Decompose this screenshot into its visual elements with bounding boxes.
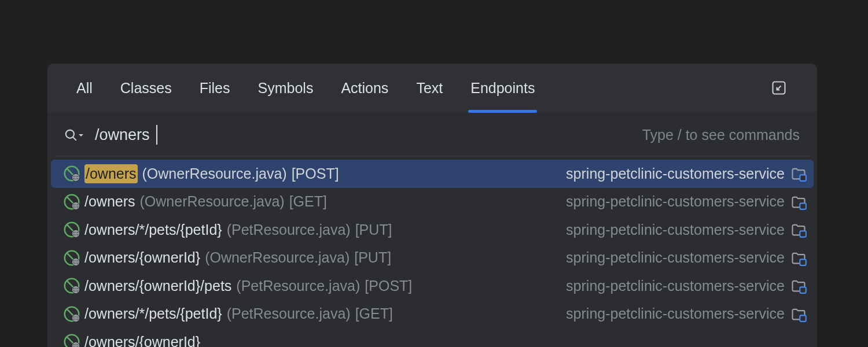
search-icon[interactable] [64,128,84,143]
tab-symbols[interactable]: Symbols [258,64,314,113]
result-text: /owners/{ownerId}/pets(PetResource.java)… [84,278,412,294]
result-module: spring-petclinic-customers-service [566,165,785,182]
module-icon [790,306,807,322]
result-module: spring-petclinic-customers-service [566,249,785,266]
endpoint-icon [64,222,80,238]
endpoint-icon [64,278,80,294]
svg-rect-41 [800,287,806,294]
result-module-wrap: spring-petclinic-customers-service [566,222,807,238]
result-module-wrap: spring-petclinic-customers-service [566,193,807,210]
result-text: /owners(OwnerResource.java)[GET] [84,193,327,210]
open-in-tool-window-button[interactable] [771,80,787,96]
result-text: /owners(OwnerResource.java)[POST] [84,164,339,183]
search-row: Type / to see commands [47,112,817,154]
tab-all[interactable]: All [76,64,93,113]
result-row[interactable]: /owners(OwnerResource.java)[POST]spring-… [51,160,814,188]
tab-endpoints[interactable]: Endpoints [470,64,535,113]
result-file: (OwnerResource.java) [140,193,285,210]
result-text: /owners/*/pets/{petId}(PetResource.java)… [84,305,393,322]
result-row[interactable]: /owners(OwnerResource.java)[GET]spring-p… [47,188,817,216]
module-icon [790,278,807,294]
result-method: [PUT] [355,222,392,238]
result-file: (PetResource.java) [227,305,351,322]
tab-files[interactable]: Files [200,64,230,113]
result-text: /owners/{ownerId}(OwnerResource.java)[PU… [84,249,391,266]
result-path: /owners/*/pets/{petId} [84,222,222,238]
tab-actions[interactable]: Actions [341,64,388,113]
svg-rect-49 [800,315,806,322]
result-module-wrap: spring-petclinic-customers-service [566,305,807,322]
result-module-wrap: spring-petclinic-customers-service [566,165,807,182]
endpoint-icon [64,306,80,322]
search-everywhere-popup: AllClassesFilesSymbolsActionsTextEndpoin… [47,64,817,347]
module-icon [790,194,807,210]
result-file: (OwnerResource.java) [205,249,350,266]
result-module: spring-petclinic-customers-service [566,193,785,210]
result-module: spring-petclinic-customers-service [566,305,785,322]
result-row[interactable]: /owners/{ownerId}/pets(PetResource.java)… [47,272,817,300]
svg-rect-9 [800,175,806,182]
result-row[interactable]: /owners/*/pets/{petId}(PetResource.java)… [47,216,817,244]
result-file: (PetResource.java) [236,278,360,294]
endpoint-icon [64,334,80,347]
svg-rect-17 [800,203,806,209]
result-row[interactable]: /owners/{ownerId}(OwnerResource.java)[PU… [47,244,817,272]
module-icon [790,222,807,238]
result-text: /owners/{ownerId} [84,334,200,347]
results-list: /owners(OwnerResource.java)[POST]spring-… [47,156,817,347]
result-path: /owners [84,164,138,183]
result-file: (OwnerResource.java) [142,165,287,182]
endpoint-icon [64,165,80,182]
tabs-container: AllClassesFilesSymbolsActionsTextEndpoin… [76,64,535,113]
result-path: /owners [84,193,135,210]
result-row[interactable]: /owners/{ownerId} [47,328,817,347]
result-file: (PetResource.java) [227,222,351,238]
svg-point-1 [66,130,74,138]
result-path: /owners/{ownerId}/pets [84,278,231,294]
result-method: [POST] [292,165,339,182]
endpoint-icon [64,250,80,266]
result-method: [PUT] [354,249,391,266]
endpoint-icon [64,194,80,210]
result-module-wrap: spring-petclinic-customers-service [566,249,807,266]
tab-classes[interactable]: Classes [120,64,172,113]
result-method: [POST] [365,278,412,294]
module-icon [790,165,807,182]
result-module-wrap: spring-petclinic-customers-service [566,278,807,294]
tabs-bar: AllClassesFilesSymbolsActionsTextEndpoin… [47,64,817,112]
result-row[interactable]: /owners/*/pets/{petId}(PetResource.java)… [47,300,817,328]
svg-rect-25 [800,231,806,238]
svg-rect-33 [800,259,806,265]
tab-text[interactable]: Text [416,64,443,113]
search-hint: Type / to see commands [642,127,800,143]
result-path: /owners/{ownerId} [84,334,200,347]
module-icon [790,250,807,266]
result-path: /owners/*/pets/{petId} [84,305,222,322]
result-path: /owners/{ownerId} [84,249,200,266]
search-input-wrap [90,124,637,146]
result-text: /owners/*/pets/{petId}(PetResource.java)… [84,222,392,238]
result-module: spring-petclinic-customers-service [566,278,785,294]
result-method: [GET] [289,193,327,210]
text-caret [156,125,157,145]
result-method: [GET] [355,305,393,322]
result-module: spring-petclinic-customers-service [566,222,785,238]
search-input[interactable] [90,124,637,146]
